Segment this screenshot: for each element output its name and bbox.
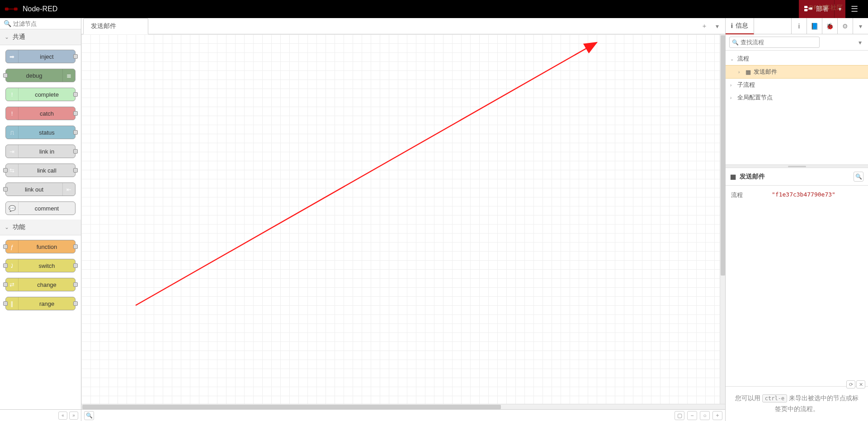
input-port[interactable]	[3, 168, 8, 173]
node-palette: 🔍 共通➡injectdebug≣!complete!catch⎍status⇥…	[0, 18, 81, 421]
palette-node-inject[interactable]: ➡inject	[5, 50, 75, 63]
palette-node-catch[interactable]: !catch	[5, 107, 75, 120]
canvas-horizontal-scrollbar[interactable]	[81, 404, 725, 409]
sidebar-tab-info[interactable]: i 信息	[726, 18, 754, 34]
output-port[interactable]	[73, 168, 78, 173]
flow-tab-label: 发送邮件	[91, 22, 116, 29]
input-port[interactable]	[3, 301, 8, 306]
palette-filter-input[interactable]	[13, 20, 77, 27]
sidebar-tab-docs[interactable]: 📘	[807, 18, 822, 34]
function-icon: ƒ	[6, 240, 19, 253]
output-port[interactable]	[73, 54, 78, 59]
switch-icon: ⤸	[6, 259, 19, 272]
output-port[interactable]	[73, 301, 78, 306]
zoom-in-button[interactable]: ＋	[712, 411, 722, 420]
svg-line-5	[136, 42, 597, 305]
palette-node-debug[interactable]: debug≣	[5, 69, 75, 82]
palette-node-function[interactable]: ƒfunction	[5, 240, 75, 253]
palette-collapse-button[interactable]: «	[58, 412, 67, 420]
output-port[interactable]	[73, 130, 78, 135]
tip-kbd: ctrl-e	[762, 394, 787, 402]
svg-rect-3	[804, 9, 807, 11]
deploy-icon	[804, 5, 812, 13]
palette-node-status[interactable]: ⎍status	[5, 126, 75, 139]
input-port[interactable]	[3, 187, 8, 192]
tree-flows[interactable]: ⌄流程	[726, 52, 868, 65]
sidebar-tabs: i 信息 i 📘 🐞 ⚙ ▾	[726, 18, 868, 34]
input-port[interactable]	[3, 73, 8, 78]
detail-search-button[interactable]: 🔍	[854, 172, 863, 182]
output-port[interactable]	[73, 92, 78, 97]
palette-node-change[interactable]: ⇄change	[5, 278, 75, 291]
sidebar-detail-title: 发送邮件	[740, 173, 765, 181]
palette-node-complete[interactable]: !complete	[5, 88, 75, 101]
sidebar-search-dropdown[interactable]: ▾	[855, 39, 864, 46]
debug-icon: ≣	[62, 69, 75, 82]
search-icon: 🔍	[4, 20, 11, 27]
catch-icon: !	[6, 107, 19, 120]
sidebar-tree: ⌄流程 ›▦发送邮件 ›子流程 ›全局配置节点	[726, 51, 868, 106]
deploy-label: 部署	[816, 5, 829, 13]
tip-refresh-button[interactable]: ⟳	[846, 380, 855, 388]
info-icon: i	[731, 22, 733, 29]
link-in-icon: ⇥	[6, 145, 19, 158]
sidebar-tab-more[interactable]: ▾	[853, 18, 868, 34]
flow-menu-button[interactable]: ▾	[712, 21, 722, 32]
palette-node-label: status	[19, 129, 75, 136]
sidebar-tab-config[interactable]: ⚙	[837, 18, 853, 34]
circle-icon: ○	[703, 412, 706, 419]
palette-category[interactable]: 功能	[0, 220, 81, 235]
book-icon: 📘	[811, 23, 818, 30]
sidebar-divider[interactable]	[726, 164, 868, 168]
palette-node-label: range	[19, 300, 75, 307]
sidebar-tab-debug[interactable]: 🐞	[822, 18, 837, 34]
flow-tab[interactable]: 发送邮件	[83, 18, 148, 34]
sidebar-tab-help[interactable]: i	[791, 18, 807, 34]
tree-global-config[interactable]: ›全局配置节点	[726, 91, 868, 104]
toggle-navigator-button[interactable]: 🔍	[84, 411, 94, 420]
map-view-button[interactable]: ▢	[675, 411, 684, 420]
palette-node-link-call[interactable]: ⇆link call	[5, 164, 75, 177]
palette-node-link-out[interactable]: link out⇤	[5, 182, 75, 196]
complete-icon: !	[6, 88, 19, 101]
output-port[interactable]	[73, 263, 78, 268]
palette-node-switch[interactable]: ⤸switch	[5, 259, 75, 272]
tip-close-button[interactable]: ✕	[856, 380, 865, 388]
workspace: 发送邮件 ＋ ▾ 🔍 ▢ − ○ ＋	[81, 18, 726, 421]
flow-canvas[interactable]	[81, 34, 725, 404]
main-menu-button[interactable]: ☰	[845, 0, 863, 18]
output-port[interactable]	[73, 244, 78, 249]
output-port[interactable]	[73, 282, 78, 287]
tree-flow-item[interactable]: ›▦发送邮件	[726, 65, 868, 79]
palette-expand-button[interactable]: »	[69, 412, 78, 420]
output-port[interactable]	[73, 149, 78, 154]
palette-node-label: switch	[19, 262, 75, 269]
palette-node-link-in[interactable]: ⇥link in	[5, 145, 75, 158]
zoom-reset-button[interactable]: ○	[700, 411, 710, 420]
tree-subflows[interactable]: ›子流程	[726, 79, 868, 91]
input-port[interactable]	[3, 244, 8, 249]
deploy-dropdown-arrow[interactable]: ▼	[835, 7, 845, 12]
sidebar: i 信息 i 📘 🐞 ⚙ ▾ 🔍 ▾ ⌄流程 ›▦发送邮件 ›子流程	[726, 18, 868, 421]
zoom-out-button[interactable]: −	[687, 411, 697, 420]
palette-filter[interactable]: 🔍	[0, 18, 81, 29]
sidebar-properties: 流程 "f1e37c3b47790e73"	[726, 186, 868, 205]
input-port[interactable]	[3, 282, 8, 287]
palette-category[interactable]: 共通	[0, 29, 81, 45]
palette-node-label: change	[19, 281, 75, 288]
sidebar-detail-header: ▦ 发送邮件 🔍	[726, 168, 868, 186]
chevron-right-icon: ›	[738, 70, 743, 75]
palette-node-range[interactable]: ‖range	[5, 297, 75, 310]
output-port[interactable]	[73, 111, 78, 116]
palette-node-comment[interactable]: 💬comment	[5, 201, 75, 215]
chevron-down-icon: ▾	[859, 23, 862, 30]
property-row: 流程 "f1e37c3b47790e73"	[731, 188, 863, 202]
deploy-button[interactable]: 部署 ▼	[799, 0, 845, 18]
input-port[interactable]	[3, 263, 8, 268]
app-title: Node-RED	[23, 5, 57, 13]
sidebar-search-input[interactable]	[729, 37, 820, 48]
canvas-vertical-scrollbar[interactable]	[720, 34, 725, 404]
svg-rect-1	[14, 8, 18, 10]
search-icon: 🔍	[855, 173, 862, 180]
add-flow-button[interactable]: ＋	[699, 21, 710, 32]
